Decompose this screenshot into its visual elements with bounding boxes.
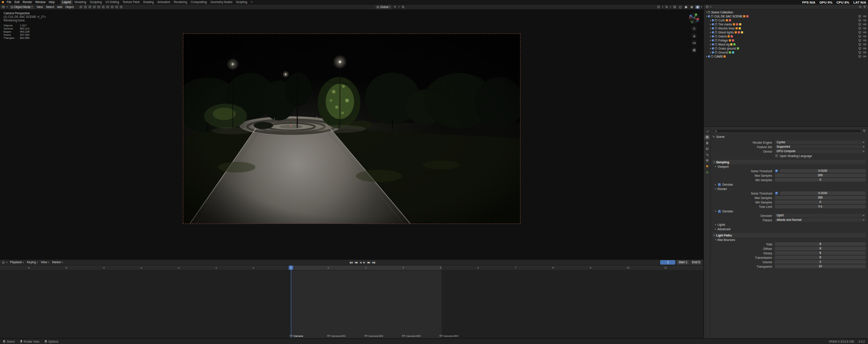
menu-window[interactable]: Window <box>34 0 47 4</box>
menu-help[interactable]: Help <box>47 0 56 4</box>
hide-in-viewport-toggle[interactable] <box>858 43 861 46</box>
properties-search-input[interactable] <box>712 129 861 133</box>
properties-tab-tool[interactable] <box>704 129 710 134</box>
jump-to-start-button[interactable]: ▮◀ <box>349 261 353 264</box>
marker-camera-002[interactable]: Camera.002 <box>364 334 383 337</box>
workspace-tab-layout[interactable]: Layout <box>61 0 73 4</box>
expand-caret[interactable]: ▸ <box>710 43 711 46</box>
cul-de-sac-scene-checkbox[interactable] <box>708 15 710 17</box>
hide-in-viewport-toggle[interactable] <box>858 15 861 18</box>
expand-caret[interactable]: ▸ <box>710 51 711 54</box>
total-field[interactable]: 8 <box>775 242 866 246</box>
foliage-checkbox[interactable] <box>712 39 714 41</box>
workspace-tab-modeling[interactable]: Modeling <box>73 0 88 4</box>
hide-in-viewport-toggle[interactable] <box>858 31 861 34</box>
timeline-menu-keying[interactable]: Keying ▾ <box>25 260 39 265</box>
denoise-checkbox[interactable] <box>718 210 721 213</box>
disable-in-render-toggle[interactable] <box>863 19 866 22</box>
marker-camera-001[interactable]: Camera.001 <box>327 334 346 337</box>
subpanel-max-bounces[interactable]: ▾Max Bounces <box>715 238 866 242</box>
max-samples-field[interactable]: 350 <box>775 196 866 199</box>
disable-in-render-toggle[interactable] <box>863 15 866 18</box>
overlays-toggle-icon[interactable] <box>665 5 669 9</box>
play-reverse-button[interactable]: ◀ <box>359 261 362 264</box>
denoiser-field[interactable]: OptiX <box>775 214 866 217</box>
header-tool-icon-2[interactable] <box>83 5 87 9</box>
subpanel-advanced[interactable]: ▸Advanced <box>715 227 866 231</box>
cams-checkbox[interactable] <box>708 55 710 58</box>
denoise-checkbox[interactable] <box>718 183 721 186</box>
panel-light-paths[interactable]: ▾Light Paths <box>712 233 866 237</box>
hide-in-viewport-toggle[interactable] <box>858 47 861 50</box>
hide-in-viewport-toggle[interactable] <box>858 35 861 38</box>
shading-material-button[interactable] <box>690 5 694 9</box>
header-tool-icon-8[interactable] <box>110 5 114 9</box>
noise-threshold-field[interactable]: 0.0100 <box>780 191 866 195</box>
device-field[interactable]: GPU Compute <box>775 149 866 153</box>
disable-in-render-toggle[interactable] <box>863 51 866 54</box>
electric-lines-checkbox[interactable] <box>712 27 714 29</box>
outliner-row-grass-ground[interactable]: ▸Grass ground <box>704 46 868 50</box>
outliner-row-cams[interactable]: ▸CAMS <box>704 54 868 58</box>
workspace-tab-sculpting[interactable]: Sculpting <box>88 0 103 4</box>
properties-tab-scene[interactable] <box>704 152 710 157</box>
viewport-menu-add[interactable]: Add <box>56 5 64 9</box>
workspace-tab-scripting[interactable]: Scripting <box>234 0 249 4</box>
properties-tab-output[interactable] <box>704 141 710 145</box>
min-samples-field[interactable]: 0 <box>775 178 866 182</box>
expand-caret[interactable]: ▸ <box>710 31 711 33</box>
disable-in-render-toggle[interactable] <box>863 35 866 38</box>
expand-caret[interactable]: ▾ <box>706 15 707 17</box>
workspace-tab-shading[interactable]: Shading <box>141 0 156 4</box>
workspace-tab-texture-paint[interactable]: Texture Paint <box>121 0 141 4</box>
header-tool-icon-6[interactable] <box>101 5 105 9</box>
expand-caret[interactable]: ▸ <box>710 47 711 50</box>
xray-toggle-icon[interactable] <box>673 5 677 9</box>
transmission-field[interactable]: 8 <box>775 256 866 259</box>
timeline-editor-icon[interactable] <box>2 261 5 264</box>
hide-in-viewport-toggle[interactable] <box>858 39 861 42</box>
outliner-row-street-lights[interactable]: ▸Street lights <box>704 30 868 34</box>
disable-in-render-toggle[interactable] <box>863 47 866 50</box>
properties-tab-view-layer[interactable] <box>704 146 710 151</box>
expand-caret[interactable]: ▸ <box>710 35 711 37</box>
workspace-tab-rendering[interactable]: Rendering <box>172 0 189 4</box>
frame-start-field[interactable]: Start1 <box>677 260 689 265</box>
outliner-editor-icon[interactable] <box>706 5 709 8</box>
black-bg-checkbox[interactable] <box>712 43 714 46</box>
expand-caret[interactable]: ▸ <box>710 39 711 41</box>
disable-in-render-toggle[interactable] <box>863 23 866 26</box>
expand-caret[interactable]: ▸ <box>710 27 711 29</box>
navigation-gizmo[interactable] <box>688 12 700 24</box>
pan-button[interactable] <box>691 33 697 38</box>
viewport-menu-object[interactable]: Object <box>64 5 75 9</box>
shading-solid-button[interactable] <box>684 5 688 9</box>
filter-icon[interactable] <box>863 5 866 8</box>
workspace-tab-compositing[interactable]: Compositing <box>189 0 209 4</box>
disable-in-render-toggle[interactable] <box>863 43 866 46</box>
playhead[interactable]: 1 <box>289 265 293 270</box>
passes-field[interactable]: Albedo and Normal <box>775 218 866 222</box>
outliner-row-black-bg[interactable]: ▸Black bg <box>704 42 868 46</box>
expand-caret[interactable]: ▸ <box>710 19 711 21</box>
frame-end-field[interactable]: End5 <box>690 260 702 265</box>
hide-in-viewport-toggle[interactable] <box>858 23 861 26</box>
menu-render[interactable]: Render <box>21 0 33 4</box>
diffuse-field[interactable]: 8 <box>775 247 866 250</box>
jump-to-end-button[interactable]: ▶▮ <box>372 261 376 264</box>
viewport-menu-view[interactable]: View <box>35 5 44 9</box>
min-samples-field[interactable]: 0 <box>775 200 866 204</box>
editor-type-icon[interactable] <box>1 5 5 9</box>
noise-threshold-checkbox[interactable] <box>775 192 778 195</box>
subpanel-viewport[interactable]: ▾Viewport <box>715 165 866 169</box>
hide-in-viewport-toggle[interactable] <box>858 19 861 22</box>
ground-checkbox[interactable] <box>712 51 714 54</box>
street-lights-checkbox[interactable] <box>712 31 714 33</box>
outliner-row-cul-de-sac-scene[interactable]: ▾CUL DE SAC SCENE <box>704 14 868 18</box>
marker-camera-003[interactable]: Camera.003 <box>402 334 421 337</box>
menu-file[interactable]: File <box>5 0 12 4</box>
subpanel-lights[interactable]: ▸Lights <box>715 223 866 227</box>
play-button[interactable]: ▶ <box>363 261 366 264</box>
playhead-line[interactable] <box>291 265 292 338</box>
3d-viewport[interactable]: Camera Perspective (1) CUL DE SAC SCENE … <box>0 10 703 259</box>
